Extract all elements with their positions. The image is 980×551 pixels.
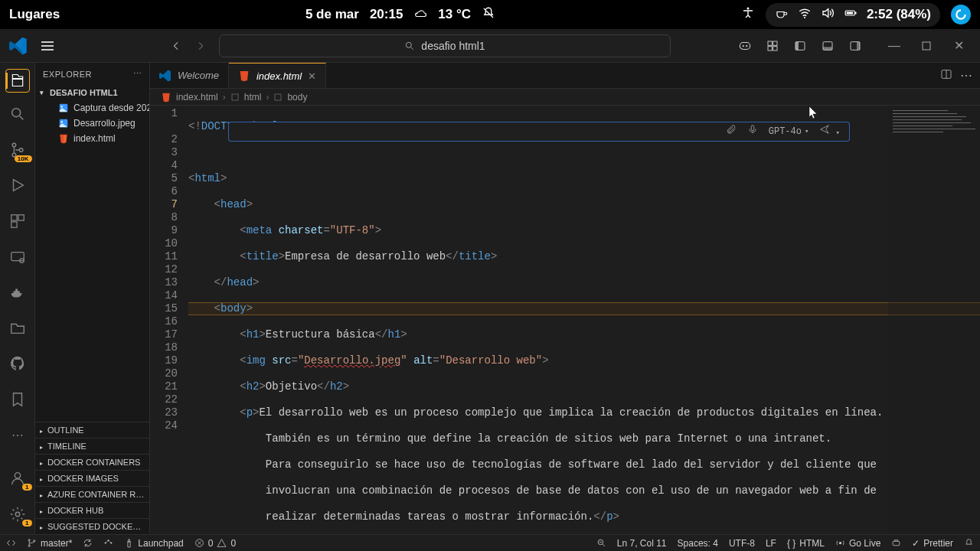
launchpad[interactable]: Launchpad	[124, 538, 183, 549]
nav-back-button[interactable]	[165, 35, 187, 57]
svg-rect-11	[768, 46, 772, 50]
problems[interactable]: 0 0	[194, 538, 236, 549]
timeline-section[interactable]: TIMELINE	[35, 438, 149, 454]
code-content[interactable]: <!DOCTYPE html> <html> <head> <meta char…	[188, 106, 980, 534]
docker-images-section[interactable]: DOCKER IMAGES	[35, 470, 149, 486]
symbol-icon	[230, 93, 240, 102]
git-branch[interactable]: master*	[27, 538, 72, 549]
crumb[interactable]: index.html	[176, 92, 218, 103]
mouse-cursor-icon	[808, 106, 818, 119]
notifications-off-icon[interactable]	[482, 6, 495, 24]
mic-icon[interactable]	[747, 124, 758, 139]
graph-icon[interactable]	[103, 538, 113, 548]
activity-folder[interactable]	[0, 314, 35, 342]
activity-extensions[interactable]	[0, 207, 35, 236]
go-live[interactable]: Go Live	[835, 538, 880, 549]
file-item[interactable]: index.html	[35, 131, 149, 146]
wifi-icon[interactable]	[798, 6, 812, 24]
activity-bookmark[interactable]	[0, 386, 35, 414]
file-label: Desarrollo.jpeg	[74, 118, 136, 129]
toggle-sidebar-icon[interactable]	[789, 34, 812, 57]
svg-rect-9	[768, 41, 772, 45]
svg-point-41	[34, 540, 35, 542]
sys-time[interactable]: 20:15	[370, 7, 403, 22]
attach-icon[interactable]	[726, 124, 737, 139]
explorer-more-icon[interactable]: ⋯	[133, 69, 142, 79]
remote-indicator[interactable]	[6, 538, 16, 548]
docker-suggested-section[interactable]: SUGGESTED DOCKER HUB I…	[35, 518, 149, 534]
svg-point-20	[11, 109, 20, 117]
project-folder[interactable]: DESAFIO HTML1	[35, 85, 149, 100]
tab-more-icon[interactable]: ⋯	[960, 68, 972, 83]
svg-rect-24	[11, 215, 16, 220]
indentation[interactable]: Spaces: 4	[678, 538, 718, 549]
copilot-icon[interactable]	[733, 34, 756, 57]
activity-docker[interactable]	[0, 279, 35, 307]
outline-section[interactable]: OUTLINE	[35, 422, 149, 438]
toggle-secondary-icon[interactable]	[844, 34, 867, 57]
sync-icon[interactable]	[83, 538, 93, 548]
svg-rect-6	[740, 42, 750, 49]
command-center-search[interactable]: desafio html1	[219, 34, 671, 57]
places-menu[interactable]: Lugares	[9, 7, 60, 22]
toggle-panel-icon[interactable]	[816, 34, 839, 57]
minimap[interactable]	[888, 106, 980, 534]
tab-welcome[interactable]: Welcome	[150, 63, 229, 88]
crumb[interactable]: body	[287, 92, 307, 103]
svg-rect-16	[823, 47, 832, 50]
svg-rect-27	[11, 252, 24, 260]
breadcrumb[interactable]: index.html› html› body	[150, 89, 980, 106]
tab-label: Welcome	[178, 70, 219, 81]
activity-explorer[interactable]	[5, 69, 30, 93]
eol[interactable]: LF	[766, 538, 776, 549]
menu-button[interactable]	[37, 37, 58, 55]
send-icon[interactable]: ▾	[819, 124, 840, 140]
volume-icon[interactable]	[821, 6, 835, 24]
tab-close-icon[interactable]: ✕	[308, 70, 316, 82]
weather-icon	[413, 6, 427, 24]
ports-icon[interactable]	[891, 538, 901, 548]
cursor-position[interactable]: Ln 7, Col 11	[617, 538, 667, 549]
crumb[interactable]: html	[244, 92, 262, 103]
inline-chat-box[interactable]: GPT-4o ▾ ▾	[228, 122, 850, 142]
battery-icon[interactable]	[844, 6, 858, 24]
notifications-icon[interactable]	[964, 538, 974, 548]
activity-source-control[interactable]: 10K	[0, 135, 35, 164]
window-maximize-button[interactable]	[911, 34, 942, 57]
code-editor[interactable]: 123456789101112131415161718192021222324 …	[150, 106, 980, 534]
prettier[interactable]: ✓ Prettier	[912, 538, 953, 549]
activity-settings[interactable]: 1	[0, 500, 35, 528]
accessibility-icon[interactable]	[741, 6, 755, 24]
model-selector[interactable]: GPT-4o ▾	[769, 126, 809, 139]
split-editor-icon[interactable]	[940, 68, 952, 83]
sys-date[interactable]: 5 de mar	[305, 7, 359, 22]
language-mode[interactable]: { } HTML	[787, 538, 825, 549]
caffeine-icon[interactable]	[775, 6, 789, 24]
svg-rect-12	[773, 46, 777, 50]
azure-registry-section[interactable]: AZURE CONTAINER REGISTRY	[35, 486, 149, 502]
window-minimize-button[interactable]: —	[879, 34, 910, 57]
docker-hub-section[interactable]: DOCKER HUB	[35, 502, 149, 518]
activity-more[interactable]: ⋯	[0, 421, 35, 449]
html-icon	[238, 70, 250, 82]
layout-grid-icon[interactable]	[761, 34, 784, 57]
app-switcher-icon[interactable]	[951, 5, 971, 24]
activity-accounts[interactable]: 1	[0, 465, 35, 493]
svg-rect-10	[773, 41, 777, 45]
zoom-icon[interactable]	[596, 538, 606, 548]
file-item[interactable]: Desarrollo.jpeg	[35, 116, 149, 131]
nav-forward-button[interactable]	[190, 35, 211, 57]
activity-github[interactable]	[0, 350, 35, 378]
system-tray[interactable]: 2:52 (84%)	[766, 3, 940, 27]
encoding[interactable]: UTF-8	[729, 538, 755, 549]
file-item[interactable]: Captura desde 202…	[35, 100, 149, 116]
docker-containers-section[interactable]: DOCKER CONTAINERS	[35, 454, 149, 470]
activity-run-debug[interactable]	[0, 171, 35, 200]
window-close-button[interactable]: ✕	[943, 34, 974, 57]
svg-point-39	[28, 540, 30, 541]
svg-rect-18	[857, 41, 860, 50]
activity-remote[interactable]	[0, 243, 35, 271]
tab-index-html[interactable]: index.html ✕	[229, 63, 326, 88]
activity-search[interactable]	[0, 100, 35, 129]
editor-area: Welcome index.html ✕ ⋯ index.html› html›…	[150, 63, 980, 534]
